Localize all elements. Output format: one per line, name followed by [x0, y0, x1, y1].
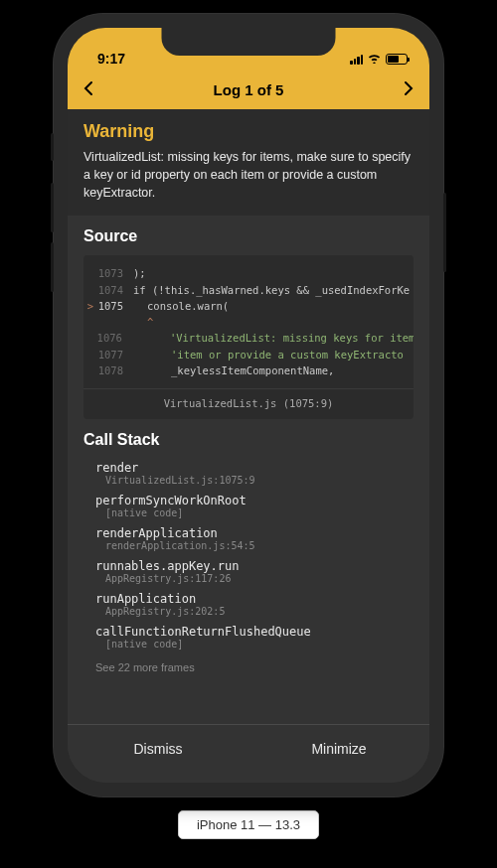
stack-frame-loc: AppRegistry.js:117:26: [95, 573, 414, 584]
stack-frame[interactable]: renderApplicationrenderApplication.js:54…: [95, 526, 414, 551]
code-line: 1077'item or provide a custom keyExtract…: [83, 347, 414, 362]
source-code: 1073);1074if (!this._hasWarned.keys && _…: [83, 255, 414, 384]
stack-frame-loc: renderApplication.js:54:5: [95, 540, 414, 551]
screen: 9:17 Log 1 of 5 Warning VirtualizedList:…: [68, 28, 429, 783]
stack-frame-loc: [native code]: [95, 507, 414, 518]
source-panel: 1073);1074if (!this._hasWarned.keys && _…: [83, 255, 414, 419]
stack-frame[interactable]: performSyncWorkOnRoot[native code]: [95, 494, 414, 518]
signal-icon: [350, 55, 363, 65]
callstack-list: renderVirtualizedList.js:1075:9performSy…: [68, 459, 429, 685]
stack-frame[interactable]: callFunctionReturnFlushedQueue[native co…: [95, 625, 414, 650]
status-icons: [350, 52, 408, 67]
content[interactable]: Warning VirtualizedList: missing keys fo…: [68, 109, 429, 724]
stack-frame-fn: renderApplication: [95, 526, 414, 540]
warning-title: Warning: [83, 121, 414, 142]
code-line: 1074if (!this._hasWarned.keys && _usedIn…: [83, 282, 414, 298]
warning-message: VirtualizedList: missing keys for items,…: [83, 148, 414, 202]
code-line: >1075console.warn(: [83, 298, 414, 314]
notch: [162, 28, 336, 56]
stack-frame-loc: AppRegistry.js:202:5: [95, 606, 414, 617]
stack-frame-fn: runApplication: [95, 592, 414, 606]
nav-title: Log 1 of 5: [214, 81, 284, 98]
prev-log-button[interactable]: [83, 78, 93, 101]
footer-bar: Dismiss Minimize: [68, 724, 429, 783]
code-line: ^: [83, 314, 414, 330]
more-frames-button[interactable]: See 22 more frames: [95, 657, 414, 681]
minimize-button[interactable]: Minimize: [248, 725, 429, 783]
source-location: VirtualizedList.js (1075:9): [83, 388, 414, 419]
stack-frame-fn: runnables.appKey.run: [95, 559, 414, 573]
device-frame: 9:17 Log 1 of 5 Warning VirtualizedList:…: [54, 14, 443, 796]
code-line: 1073);: [83, 265, 414, 281]
nav-bar: Log 1 of 5: [68, 70, 429, 109]
code-line: 1076'VirtualizedList: missing keys for i…: [83, 330, 414, 346]
dismiss-button[interactable]: Dismiss: [68, 725, 248, 783]
stack-frame[interactable]: runApplicationAppRegistry.js:202:5: [95, 592, 414, 617]
device-label: iPhone 11 — 13.3: [178, 810, 319, 839]
stack-frame-loc: VirtualizedList.js:1075:9: [95, 475, 414, 486]
stack-frame-fn: performSyncWorkOnRoot: [95, 494, 414, 507]
mute-switch: [51, 133, 54, 161]
callstack-title: Call Stack: [68, 419, 429, 459]
source-title: Source: [68, 216, 429, 255]
stack-frame-loc: [native code]: [95, 639, 414, 650]
battery-icon: [386, 54, 408, 65]
status-time: 9:17: [97, 51, 125, 67]
volume-up-button: [51, 183, 54, 232]
warning-panel: Warning VirtualizedList: missing keys fo…: [68, 109, 429, 216]
power-button: [443, 193, 446, 272]
code-line: 1078_keylessItemComponentName,: [83, 362, 414, 378]
wifi-icon: [367, 52, 382, 67]
stack-frame-fn: callFunctionReturnFlushedQueue: [95, 625, 414, 639]
stack-frame-fn: render: [95, 461, 414, 475]
stack-frame[interactable]: renderVirtualizedList.js:1075:9: [95, 461, 414, 486]
stack-frame[interactable]: runnables.appKey.runAppRegistry.js:117:2…: [95, 559, 414, 584]
volume-down-button: [51, 242, 54, 292]
next-log-button[interactable]: [404, 78, 414, 101]
